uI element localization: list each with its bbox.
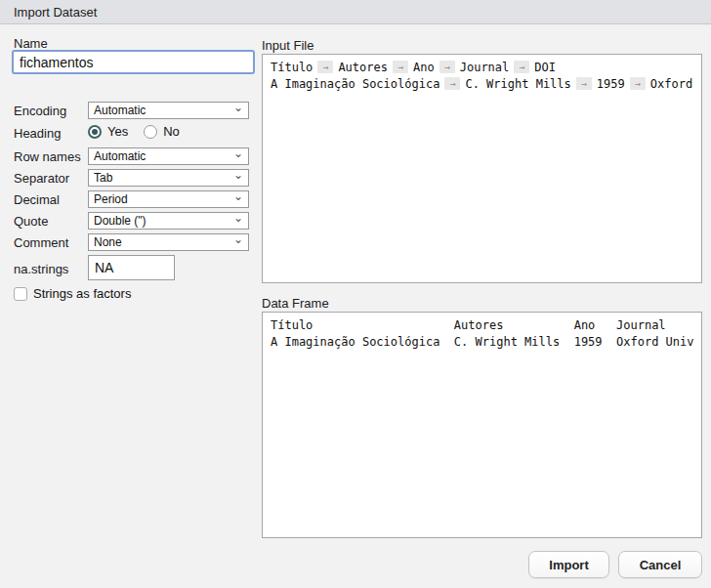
input-file-line: A Imaginação Sociológica→C. Wright Mills… (271, 76, 701, 93)
na-strings-input[interactable] (88, 255, 175, 280)
quote-label: Quote (14, 214, 48, 229)
input-file-line: Título→Autores→Ano→Journal→DOI (271, 60, 701, 76)
comment-select[interactable]: None ⌄ (88, 233, 249, 251)
name-input[interactable] (12, 50, 255, 74)
strings-as-factors-row: Strings as factors (14, 286, 131, 301)
decimal-value: Period (94, 192, 128, 206)
tab-character-icon: → (576, 77, 592, 90)
row-names-value: Automatic (94, 149, 146, 163)
row-names-label: Row names (14, 149, 81, 164)
quote-value: Double (") (94, 214, 146, 228)
import-dataset-dialog: Import Dataset Name Encoding Automatic ⌄… (0, 0, 711, 588)
separator-select[interactable]: Tab ⌄ (88, 169, 249, 187)
separator-label: Separator (14, 171, 69, 186)
tab-character-icon: → (630, 77, 646, 90)
comment-value: None (94, 235, 122, 249)
tab-character-icon: → (444, 77, 460, 90)
name-label: Name (14, 36, 48, 51)
encoding-value: Automatic (94, 104, 146, 117)
na-strings-label: na.strings (14, 262, 68, 276)
tab-character-icon: → (317, 61, 333, 73)
heading-radio-group: Yes No (88, 124, 189, 139)
chevron-down-icon: ⌄ (233, 147, 243, 160)
separator-value: Tab (94, 171, 112, 185)
data-frame-row: A Imaginação Sociológica C. Wright Mills… (271, 334, 701, 351)
tab-character-icon: → (439, 61, 455, 73)
heading-yes-label: Yes (107, 124, 128, 139)
heading-yes-radio[interactable] (88, 125, 102, 139)
tab-character-icon: → (514, 61, 529, 73)
chevron-down-icon: ⌄ (233, 211, 243, 225)
comment-label: Comment (14, 235, 68, 250)
encoding-label: Encoding (14, 104, 66, 118)
input-file-panel[interactable]: Título→Autores→Ano→Journal→DOI A Imagina… (262, 54, 702, 283)
data-frame-header-row: Título Autores Ano Journal (271, 317, 701, 334)
quote-select[interactable]: Double (") ⌄ (88, 212, 249, 230)
decimal-label: Decimal (14, 192, 60, 207)
chevron-down-icon: ⌄ (233, 101, 243, 114)
chevron-down-icon: ⌄ (233, 189, 243, 203)
tab-character-icon: → (393, 61, 408, 73)
heading-label: Heading (14, 126, 61, 141)
strings-as-factors-checkbox[interactable] (14, 287, 27, 301)
dialog-title: Import Dataset (14, 0, 97, 24)
row-names-select[interactable]: Automatic ⌄ (88, 147, 249, 165)
heading-no-label: No (163, 124, 180, 139)
data-frame-label: Data Frame (262, 296, 329, 311)
encoding-select[interactable]: Automatic ⌄ (88, 102, 249, 119)
chevron-down-icon: ⌄ (233, 232, 243, 246)
heading-no-radio[interactable] (144, 125, 157, 139)
input-file-label: Input File (262, 38, 314, 53)
data-frame-panel[interactable]: Título Autores Ano Journal A Imaginação … (262, 312, 702, 538)
chevron-down-icon: ⌄ (233, 168, 243, 182)
dialog-titlebar: Import Dataset (0, 0, 711, 24)
strings-as-factors-label: Strings as factors (33, 286, 131, 301)
decimal-select[interactable]: Period ⌄ (88, 190, 249, 208)
import-button[interactable]: Import (528, 551, 609, 578)
cancel-button[interactable]: Cancel (618, 551, 702, 578)
